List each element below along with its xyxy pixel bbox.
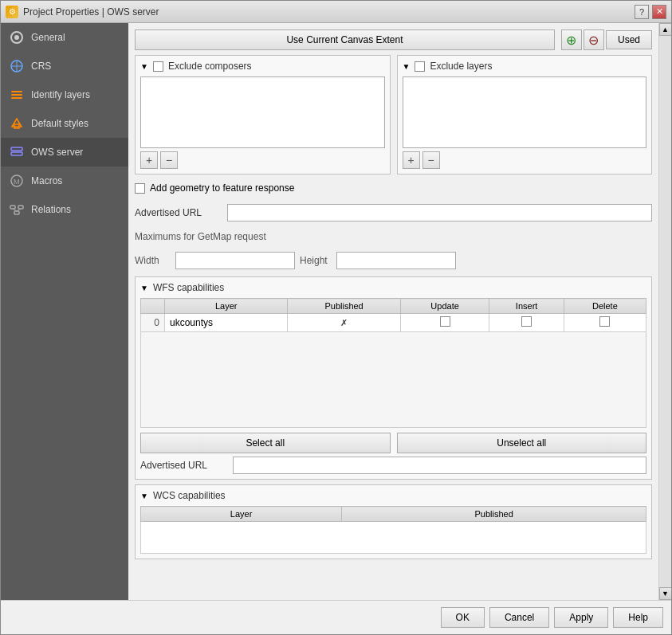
empty-row	[141, 332, 646, 428]
sidebar-item-general[interactable]: General	[1, 23, 128, 52]
maximums-label-row: Maximums for GetMap request	[135, 231, 652, 242]
titlebar-buttons: ? ✕	[635, 5, 666, 19]
wfs-arrow[interactable]: ▼	[140, 284, 148, 292]
help-titlebar-button[interactable]: ?	[635, 5, 649, 19]
add-geometry-row: Add geometry to feature response	[135, 182, 652, 194]
use-canvas-button[interactable]: Use Current Canvas Extent	[135, 29, 555, 50]
wfs-col-published: Published	[288, 299, 400, 314]
exclude-layers-section: ▼ Exclude layers + −	[397, 55, 653, 174]
remove-icon-button[interactable]: ⊖	[584, 29, 604, 50]
table-row: 0 ukcountys ✗	[141, 314, 646, 332]
help-button[interactable]: Help	[613, 607, 663, 628]
row-layer-name: ukcountys	[165, 314, 288, 332]
sidebar-label-macros: Macros	[31, 175, 62, 186]
row-published[interactable]: ✗	[288, 314, 400, 332]
exclude-layers-btn-group: + −	[403, 151, 647, 169]
sidebar: General CRS	[1, 23, 128, 600]
cancel-button[interactable]: Cancel	[489, 607, 549, 628]
ok-button[interactable]: OK	[441, 607, 485, 628]
wcs-title: WCS capabilities	[153, 490, 226, 501]
sidebar-label-general: General	[31, 32, 65, 43]
height-input[interactable]	[336, 252, 456, 269]
exclude-layers-remove-btn[interactable]: −	[422, 151, 440, 169]
select-all-button[interactable]: Select all	[140, 433, 391, 453]
exclude-sections: ▼ Exclude composers + − ▼ Exclud	[135, 55, 652, 174]
svg-rect-5	[11, 91, 22, 92]
insert-checkbox[interactable]	[521, 316, 532, 327]
advertised-url-input[interactable]	[227, 204, 652, 221]
sidebar-item-ows-server[interactable]: OWS server	[1, 138, 128, 167]
exclude-layers-list	[403, 76, 647, 148]
published-check-x: ✗	[340, 318, 348, 327]
window-title: Project Properties | OWS server	[23, 6, 159, 18]
wfs-col-delete: Delete	[564, 299, 646, 314]
sidebar-item-macros[interactable]: M Macros	[1, 167, 128, 195]
wfs-title: WFS capabilities	[153, 282, 224, 293]
exclude-composers-btn-group: + −	[140, 151, 385, 169]
wfs-table: Layer Published Update Insert Delete 0 u…	[140, 298, 646, 428]
scroll-up-button[interactable]: ▲	[659, 23, 672, 36]
content-area: General CRS	[1, 23, 671, 600]
exclude-composers-list	[140, 76, 385, 148]
sidebar-item-identify-layers[interactable]: Identify layers	[1, 80, 128, 109]
wcs-table: Layer Published	[140, 506, 646, 554]
default-styles-icon	[9, 116, 25, 131]
exclude-layers-add-btn[interactable]: +	[403, 151, 420, 169]
sidebar-label-crs: CRS	[31, 61, 51, 72]
apply-button[interactable]: Apply	[554, 607, 608, 628]
wfs-col-update: Update	[400, 299, 489, 314]
advertised-url-row: Advertised URL	[135, 204, 652, 221]
app-icon: ⚙	[6, 6, 18, 18]
crs-icon	[9, 58, 25, 74]
ows-server-icon	[9, 144, 25, 160]
close-button[interactable]: ✕	[652, 5, 666, 19]
sidebar-item-relations[interactable]: Relations	[1, 195, 128, 224]
scroll-down-button[interactable]: ▼	[659, 587, 672, 600]
titlebar: ⚙ Project Properties | OWS server ? ✕	[1, 1, 671, 23]
wfs-advertised-url-input[interactable]	[233, 457, 646, 474]
width-input[interactable]	[175, 252, 295, 269]
exclude-composers-checkbox[interactable]	[153, 61, 163, 72]
svg-rect-13	[10, 206, 15, 209]
update-checkbox[interactable]	[440, 316, 450, 327]
wfs-col-layer: Layer	[165, 299, 288, 314]
row-id: 0	[141, 314, 165, 332]
wcs-col-layer: Layer	[141, 507, 342, 522]
main-panel: Use Current Canvas Extent ⊕ ⊖ Used ▼ Exc…	[128, 23, 658, 600]
wfs-advertised-url-label: Advertised URL	[140, 460, 228, 471]
wfs-col-empty	[141, 299, 165, 314]
height-label: Height	[300, 255, 332, 266]
wcs-arrow[interactable]: ▼	[140, 492, 148, 500]
wcs-empty-cell	[141, 522, 646, 554]
exclude-composers-add-btn[interactable]: +	[140, 151, 158, 169]
sidebar-item-default-styles[interactable]: Default styles	[1, 109, 128, 138]
wcs-empty-row	[141, 522, 646, 554]
select-btn-row: Select all Unselect all	[140, 433, 646, 453]
exclude-layers-arrow[interactable]: ▼	[403, 62, 411, 71]
advertised-url-label: Advertised URL	[135, 207, 222, 218]
macros-icon: M	[9, 173, 25, 189]
add-geometry-checkbox[interactable]	[135, 183, 145, 194]
unselect-all-button[interactable]: Unselect all	[397, 433, 647, 453]
svg-rect-15	[14, 211, 19, 214]
scroll-track[interactable]	[659, 36, 671, 587]
svg-rect-9	[11, 147, 22, 151]
svg-rect-14	[18, 206, 23, 209]
width-label: Width	[135, 255, 171, 266]
sidebar-item-crs[interactable]: CRS	[1, 52, 128, 80]
svg-text:M: M	[14, 178, 20, 186]
row-update[interactable]	[400, 314, 489, 332]
svg-rect-6	[11, 94, 22, 96]
right-scrollbar: ▲ ▼	[658, 23, 671, 600]
wcs-capabilities-section: ▼ WCS capabilities Layer Published	[135, 484, 652, 559]
exclude-composers-arrow[interactable]: ▼	[140, 62, 148, 71]
row-insert[interactable]	[489, 314, 564, 332]
exclude-layers-checkbox[interactable]	[415, 61, 425, 72]
exclude-composers-remove-btn[interactable]: −	[160, 151, 178, 169]
row-delete[interactable]	[564, 314, 646, 332]
wfs-advertised-url-row: Advertised URL	[140, 457, 646, 474]
delete-checkbox[interactable]	[599, 316, 610, 327]
exclude-composers-header: ▼ Exclude composers	[140, 61, 385, 72]
add-icon-button[interactable]: ⊕	[561, 29, 582, 50]
used-button[interactable]: Used	[606, 30, 652, 49]
